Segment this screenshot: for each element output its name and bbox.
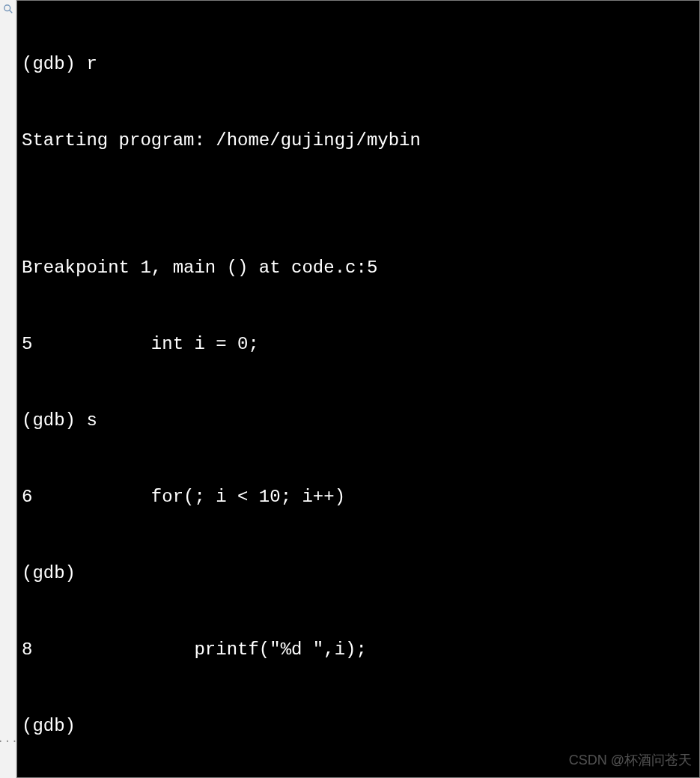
- svg-point-0: [4, 5, 10, 11]
- gdb-terminal[interactable]: (gdb) r Starting program: /home/gujingj/…: [16, 0, 700, 778]
- terminal-line: Breakpoint 1, main () at code.c:5: [22, 255, 695, 281]
- terminal-line: 5 int i = 0;: [22, 332, 695, 357]
- terminal-line: (gdb): [22, 714, 695, 739]
- watermark: CSDN @杯酒问苍天: [569, 747, 692, 773]
- terminal-line: Starting program: /home/gujingj/mybin: [22, 128, 695, 154]
- left-gutter: ...: [0, 0, 16, 778]
- terminal-line: (gdb) s: [22, 408, 695, 434]
- terminal-line: 8 printf("%d ",i);: [22, 637, 695, 663]
- terminal-line: (gdb): [22, 561, 695, 586]
- terminal-line: 6 for(; i < 10; i++): [22, 484, 695, 510]
- search-icon[interactable]: [2, 3, 14, 15]
- svg-line-1: [9, 10, 12, 13]
- gutter-ellipsis: ...: [0, 733, 19, 745]
- terminal-line: (gdb) r: [22, 52, 695, 77]
